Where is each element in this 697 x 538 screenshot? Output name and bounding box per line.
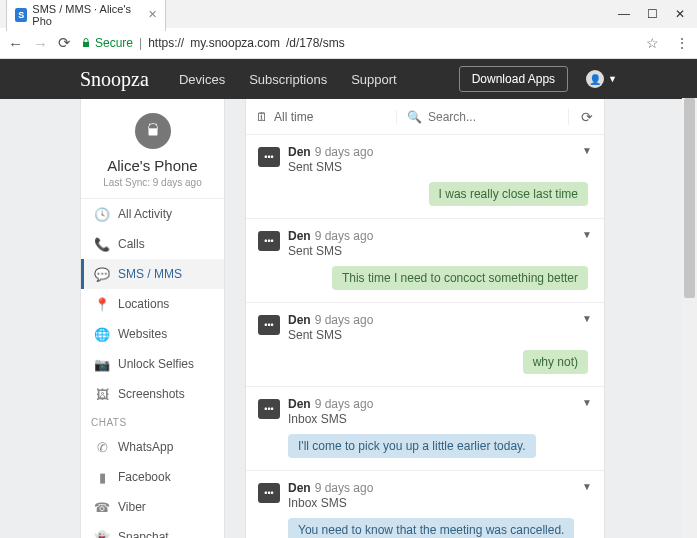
sidebar-item-all-activity[interactable]: 🕓All Activity	[81, 199, 224, 229]
refresh-button[interactable]: ⟳	[568, 109, 604, 125]
window-close-icon[interactable]: ✕	[673, 7, 687, 21]
sidebar-item-label: Unlock Selfies	[118, 357, 194, 371]
message-block: •••Den9 days agoSent SMS▼why not)	[246, 303, 604, 387]
app-header: Snoopza Devices Subscriptions Support Do…	[0, 59, 697, 99]
chevron-down-icon[interactable]: ▼	[582, 229, 592, 240]
nav-support[interactable]: Support	[351, 72, 397, 87]
browser-tab[interactable]: S SMS / MMS · Alice's Pho ✕	[6, 0, 166, 31]
sms-icon: •••	[258, 315, 280, 335]
calendar-icon: 🗓	[256, 110, 268, 124]
camera-icon: 📷	[94, 356, 110, 372]
globe-icon: 🌐	[94, 326, 110, 342]
chats-heading: CHATS	[81, 409, 224, 432]
sidebar-item-locations[interactable]: 📍Locations	[81, 289, 224, 319]
user-menu[interactable]: 👤 ▼	[586, 70, 617, 88]
sidebar-item-sms-mms[interactable]: 💬SMS / MMS	[81, 259, 224, 289]
forward-button[interactable]: →	[33, 35, 48, 52]
device-name: Alice's Phone	[89, 157, 216, 174]
svg-rect-0	[83, 42, 89, 47]
back-button[interactable]: ←	[8, 35, 23, 52]
whatsapp-icon: ✆	[94, 439, 110, 455]
time-filter[interactable]: 🗓 All time	[246, 110, 396, 124]
message-time: 9 days ago	[315, 313, 374, 327]
tab-title: SMS / MMS · Alice's Pho	[32, 3, 139, 27]
message-bubble: You need to know that the meeting was ca…	[288, 518, 574, 538]
message-bubble: why not)	[523, 350, 588, 374]
download-apps-button[interactable]: Download Apps	[459, 66, 568, 92]
message-block: •••Den9 days agoSent SMS▼I was really cl…	[246, 135, 604, 219]
sidebar-item-label: Viber	[118, 500, 146, 514]
chevron-down-icon: ▼	[608, 74, 617, 84]
favicon-icon: S	[15, 8, 27, 22]
message-bubble: I'll come to pick you up a little earlie…	[288, 434, 536, 458]
message-time: 9 days ago	[315, 481, 374, 495]
chevron-down-icon[interactable]: ▼	[582, 313, 592, 324]
lock-icon	[81, 38, 91, 48]
sidebar-item-label: Websites	[118, 327, 167, 341]
message-bubble: I was really close last time	[429, 182, 588, 206]
sidebar-item-label: Facebook	[118, 470, 171, 484]
contact-name: Den	[288, 481, 311, 495]
contact-name: Den	[288, 313, 311, 327]
sidebar-item-snapchat[interactable]: 👻Snapchat	[81, 522, 224, 538]
sidebar-item-label: Screenshots	[118, 387, 185, 401]
snapchat-icon: 👻	[94, 529, 110, 538]
contact-name: Den	[288, 397, 311, 411]
sidebar-item-calls[interactable]: 📞Calls	[81, 229, 224, 259]
message-bubble: This time I need to concoct something be…	[332, 266, 588, 290]
phone-icon: 📞	[94, 236, 110, 252]
sidebar-item-facebook[interactable]: ▮Facebook	[81, 462, 224, 492]
sidebar-item-label: Locations	[118, 297, 169, 311]
logo[interactable]: Snoopza	[80, 68, 149, 91]
window-minimize-icon[interactable]: —	[617, 7, 631, 21]
image-icon: 🖼	[94, 386, 110, 402]
search-box[interactable]: 🔍	[396, 110, 568, 124]
url-path: /d/178/sms	[286, 36, 345, 50]
contact-name: Den	[288, 145, 311, 159]
chevron-down-icon[interactable]: ▼	[582, 145, 592, 156]
message-block: •••Den9 days agoInbox SMS▼I'll come to p…	[246, 387, 604, 471]
clock-icon: 🕓	[94, 206, 110, 222]
message-direction: Sent SMS	[288, 328, 373, 342]
sidebar-item-label: WhatsApp	[118, 440, 173, 454]
reload-button[interactable]: ⟳	[58, 34, 71, 52]
chevron-down-icon[interactable]: ▼	[582, 397, 592, 408]
contact-name: Den	[288, 229, 311, 243]
chevron-down-icon[interactable]: ▼	[582, 481, 592, 492]
scrollbar-thumb[interactable]	[684, 98, 695, 298]
facebook-icon: ▮	[94, 469, 110, 485]
svg-rect-1	[148, 129, 157, 136]
message-direction: Inbox SMS	[288, 496, 373, 510]
sidebar-item-label: All Activity	[118, 207, 172, 221]
url-protocol: https://	[148, 36, 184, 50]
message-time: 9 days ago	[315, 145, 374, 159]
filter-label: All time	[274, 110, 313, 124]
sidebar-item-websites[interactable]: 🌐Websites	[81, 319, 224, 349]
toolbar: 🗓 All time 🔍 ⟳	[246, 99, 604, 135]
sms-icon: •••	[258, 147, 280, 167]
viber-icon: ☎	[94, 499, 110, 515]
nav-devices[interactable]: Devices	[179, 72, 225, 87]
sidebar-item-unlock-selfies[interactable]: 📷Unlock Selfies	[81, 349, 224, 379]
device-sync: Last Sync: 9 days ago	[89, 177, 216, 188]
sidebar-item-screenshots[interactable]: 🖼Screenshots	[81, 379, 224, 409]
message-direction: Inbox SMS	[288, 412, 373, 426]
window-maximize-icon[interactable]: ☐	[645, 7, 659, 21]
browser-menu-icon[interactable]: ⋮	[675, 35, 689, 51]
nav-subscriptions[interactable]: Subscriptions	[249, 72, 327, 87]
svg-point-3	[154, 126, 155, 127]
address-bar[interactable]: Secure | https://my.snoopza.com/d/178/sm…	[81, 35, 659, 51]
message-time: 9 days ago	[315, 397, 374, 411]
search-input[interactable]	[428, 110, 558, 124]
sms-icon: •••	[258, 483, 280, 503]
main-panel: 🗓 All time 🔍 ⟳ •••Den9 days agoSent SMS▼…	[245, 99, 605, 538]
sidebar-item-label: Snapchat	[118, 530, 169, 538]
close-icon[interactable]: ✕	[148, 8, 157, 21]
sms-icon: •••	[258, 399, 280, 419]
bookmark-star-icon[interactable]: ☆	[646, 35, 659, 51]
sidebar-item-viber[interactable]: ☎Viber	[81, 492, 224, 522]
sidebar-item-label: SMS / MMS	[118, 267, 182, 281]
pin-icon: 📍	[94, 296, 110, 312]
sidebar-item-whatsapp[interactable]: ✆WhatsApp	[81, 432, 224, 462]
search-icon: 🔍	[407, 110, 422, 124]
